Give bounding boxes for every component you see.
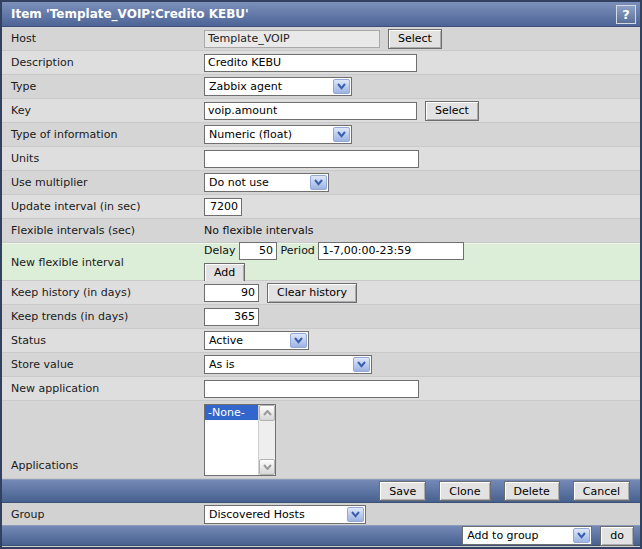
use-multiplier-label: Use multiplier bbox=[11, 176, 204, 189]
row-status: Status Active bbox=[2, 329, 640, 353]
flexible-intervals-label: Flexible intervals (sec) bbox=[11, 224, 204, 237]
keep-history-input[interactable] bbox=[204, 284, 259, 302]
bottom-strip bbox=[2, 546, 640, 547]
applications-label: Applications bbox=[11, 459, 204, 478]
add-button[interactable]: Add bbox=[204, 263, 245, 283]
store-value-select[interactable]: As is bbox=[204, 355, 372, 374]
flexible-intervals-value: No flexible intervals bbox=[204, 224, 314, 237]
bottom-action-bar: Add to group do bbox=[2, 525, 640, 546]
clone-button[interactable]: Clone bbox=[439, 481, 490, 501]
dropdown-arrow-icon bbox=[310, 175, 327, 190]
row-new-application: New application bbox=[2, 377, 640, 401]
save-button[interactable]: Save bbox=[379, 481, 426, 501]
host-label: Host bbox=[11, 32, 204, 45]
dropdown-arrow-icon bbox=[347, 507, 364, 522]
row-use-multiplier: Use multiplier Do not use bbox=[2, 171, 640, 195]
status-label: Status bbox=[11, 334, 204, 347]
group-select[interactable]: Discovered Hosts bbox=[204, 505, 366, 524]
units-label: Units bbox=[11, 152, 204, 165]
use-multiplier-select-value: Do not use bbox=[205, 176, 310, 189]
row-type-of-information: Type of information Numeric (float) bbox=[2, 123, 640, 147]
description-label: Description bbox=[11, 56, 204, 69]
status-select[interactable]: Active bbox=[204, 331, 309, 350]
row-group: Group Discovered Hosts bbox=[2, 503, 640, 525]
update-interval-label: Update interval (in sec) bbox=[11, 200, 204, 213]
description-input[interactable] bbox=[204, 54, 417, 72]
row-host: Host Select bbox=[2, 27, 640, 51]
row-keep-trends: Keep trends (in days) bbox=[2, 305, 640, 329]
period-input[interactable] bbox=[318, 242, 464, 260]
window-title: Item 'Template_VOIP:Credito KEBU' bbox=[11, 7, 616, 21]
store-value-select-value: As is bbox=[205, 358, 353, 371]
row-keep-history: Keep history (in days) Clear history bbox=[2, 281, 640, 305]
type-label: Type bbox=[11, 80, 204, 93]
dropdown-arrow-icon bbox=[573, 528, 590, 543]
use-multiplier-select[interactable]: Do not use bbox=[204, 173, 329, 192]
row-type: Type Zabbix agent bbox=[2, 75, 640, 99]
row-key: Key Select bbox=[2, 99, 640, 123]
update-interval-input[interactable] bbox=[204, 198, 242, 216]
new-application-input[interactable] bbox=[204, 380, 419, 398]
units-input[interactable] bbox=[204, 150, 419, 168]
new-application-label: New application bbox=[11, 382, 204, 395]
do-button[interactable]: do bbox=[600, 526, 634, 546]
dropdown-arrow-icon bbox=[333, 127, 350, 142]
title-bar: Item 'Template_VOIP:Credito KEBU' ? bbox=[2, 2, 640, 27]
row-new-flexible-interval: New flexible interval Delay Period Add bbox=[2, 243, 640, 281]
applications-listbox[interactable]: -None- bbox=[204, 404, 276, 476]
keep-history-label: Keep history (in days) bbox=[11, 286, 204, 299]
dropdown-arrow-icon bbox=[333, 79, 350, 94]
group-label: Group bbox=[11, 508, 204, 521]
type-of-information-label: Type of information bbox=[11, 128, 204, 141]
applications-scrollbar[interactable] bbox=[258, 405, 275, 475]
dropdown-arrow-icon bbox=[290, 333, 307, 348]
key-input[interactable] bbox=[204, 102, 417, 120]
type-of-information-select[interactable]: Numeric (float) bbox=[204, 125, 352, 144]
key-label: Key bbox=[11, 104, 204, 117]
applications-option-none[interactable]: -None- bbox=[205, 405, 258, 420]
delay-label: Delay bbox=[204, 244, 236, 257]
dropdown-arrow-icon bbox=[353, 357, 370, 372]
store-value-label: Store value bbox=[11, 358, 204, 371]
scroll-up-icon[interactable] bbox=[259, 405, 275, 421]
new-flexible-interval-label: New flexible interval bbox=[11, 256, 204, 269]
type-of-information-select-value: Numeric (float) bbox=[205, 128, 333, 141]
delay-input[interactable] bbox=[239, 242, 277, 260]
item-config-window: Item 'Template_VOIP:Credito KEBU' ? Host… bbox=[0, 0, 642, 549]
host-select-button[interactable]: Select bbox=[388, 29, 442, 49]
keep-trends-label: Keep trends (in days) bbox=[11, 310, 204, 323]
row-flexible-intervals: Flexible intervals (sec) No flexible int… bbox=[2, 219, 640, 243]
group-select-value: Discovered Hosts bbox=[205, 508, 347, 521]
delete-button[interactable]: Delete bbox=[504, 481, 560, 501]
action-select-value: Add to group bbox=[463, 529, 573, 542]
host-input[interactable] bbox=[204, 30, 380, 48]
help-icon[interactable]: ? bbox=[616, 5, 636, 24]
row-update-interval: Update interval (in sec) bbox=[2, 195, 640, 219]
scroll-down-icon[interactable] bbox=[259, 459, 275, 475]
footer-button-bar: Save Clone Delete Cancel bbox=[2, 479, 640, 503]
type-select[interactable]: Zabbix agent bbox=[204, 77, 352, 96]
row-applications: Applications -None- bbox=[2, 401, 640, 479]
keep-trends-input[interactable] bbox=[204, 308, 259, 326]
status-select-value: Active bbox=[205, 334, 290, 347]
action-select[interactable]: Add to group bbox=[462, 526, 592, 545]
row-store-value: Store value As is bbox=[2, 353, 640, 377]
type-select-value: Zabbix agent bbox=[205, 80, 333, 93]
clear-history-button[interactable]: Clear history bbox=[267, 283, 357, 303]
key-select-button[interactable]: Select bbox=[425, 101, 479, 121]
row-description: Description bbox=[2, 51, 640, 75]
period-label: Period bbox=[281, 244, 315, 257]
cancel-button[interactable]: Cancel bbox=[573, 481, 630, 501]
row-units: Units bbox=[2, 147, 640, 171]
